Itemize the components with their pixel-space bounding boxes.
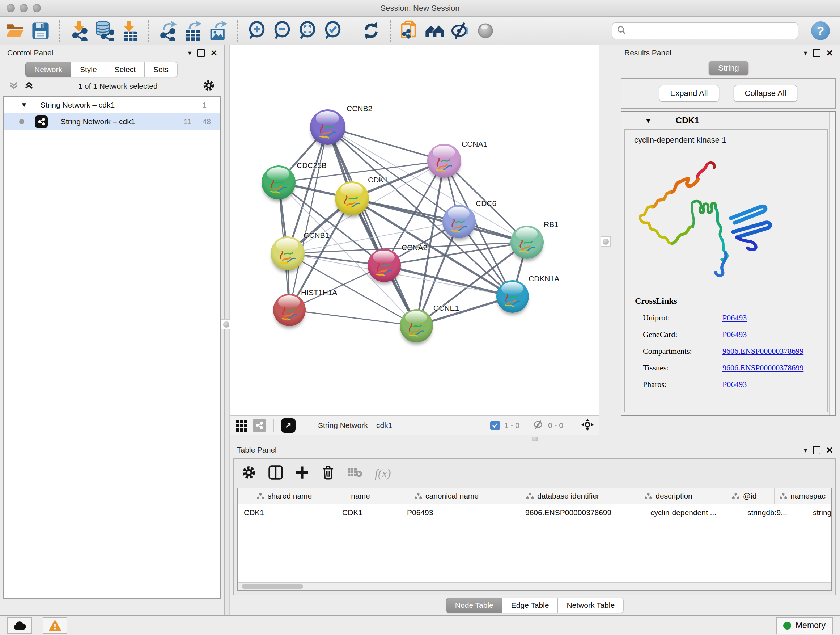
fit-content-icon[interactable] xyxy=(297,20,317,41)
zoom-out-icon[interactable] xyxy=(272,20,292,41)
network-canvas[interactable]: CCNB2 CCNA1 CDC25B CDK1 CDC6 RB1 xyxy=(230,45,600,415)
search-input[interactable] xyxy=(629,27,793,35)
hidden-eye-icon[interactable] xyxy=(533,420,544,432)
copy-documents-icon[interactable] xyxy=(399,20,420,41)
network-collection-row[interactable]: ▼ String Network – cdk1 1 xyxy=(4,97,220,113)
hide-glass-effect-icon[interactable] xyxy=(450,20,470,41)
horizontal-splitter-knob[interactable] xyxy=(532,437,538,441)
import-network-file-icon[interactable] xyxy=(69,20,89,41)
network-node-hist1h1a[interactable] xyxy=(273,294,306,326)
export-image-icon[interactable] xyxy=(208,20,229,41)
column-header[interactable]: namespac xyxy=(775,488,831,504)
expand-all-button[interactable]: Expand All xyxy=(659,85,719,102)
zoom-window-button[interactable] xyxy=(33,4,41,12)
tab-string[interactable]: String xyxy=(709,61,748,75)
right-splitter-knob[interactable] xyxy=(600,236,611,247)
warning-status-button[interactable] xyxy=(43,617,67,634)
panel-close-icon[interactable]: × xyxy=(210,49,217,57)
collapse-all-button[interactable]: Collapse All xyxy=(734,85,798,102)
scrollbar-thumb[interactable] xyxy=(242,584,303,589)
network-node-ccne1[interactable] xyxy=(400,309,433,342)
export-table-icon[interactable] xyxy=(183,20,203,41)
network-node-ccnb2[interactable] xyxy=(310,109,346,145)
network-edge[interactable] xyxy=(289,127,328,310)
network-node-cdc25b[interactable] xyxy=(262,165,295,200)
show-grid-icon[interactable] xyxy=(235,420,248,432)
export-network-icon[interactable] xyxy=(158,20,178,41)
save-session-icon[interactable] xyxy=(30,20,51,41)
tab-network-table[interactable]: Network Table xyxy=(558,598,624,613)
open-session-icon[interactable] xyxy=(5,20,25,41)
network-node-ccna2[interactable] xyxy=(368,249,401,282)
zoom-in-icon[interactable] xyxy=(247,20,267,41)
apply-layout-icon[interactable] xyxy=(361,20,381,41)
table-settings-gear-icon[interactable] xyxy=(242,465,256,481)
minimize-window-button[interactable] xyxy=(19,4,28,12)
panel-menu-icon[interactable]: ▾ xyxy=(804,49,807,57)
column-header[interactable]: database identifier xyxy=(503,488,623,504)
horizontal-splitter[interactable] xyxy=(230,435,840,442)
expand-all-icon[interactable] xyxy=(25,81,33,91)
tab-select[interactable]: Select xyxy=(106,62,145,77)
tab-network[interactable]: Network xyxy=(25,62,71,77)
crosslink-value-link[interactable]: P06493 xyxy=(722,380,747,389)
table-row[interactable]: CDK1 CDK1 P06493 9606.ENSP00000378699 cy… xyxy=(238,504,831,521)
entry-expander-icon[interactable]: ▼ xyxy=(645,117,652,125)
network-edge[interactable] xyxy=(289,310,416,326)
panel-menu-icon[interactable]: ▾ xyxy=(188,49,191,57)
network-type-icon[interactable] xyxy=(253,418,266,432)
right-splitter[interactable] xyxy=(600,45,617,435)
crosslink-value-link[interactable]: P06493 xyxy=(722,330,747,339)
panel-float-icon[interactable] xyxy=(813,49,821,57)
import-network-database-icon[interactable] xyxy=(94,20,114,41)
left-splitter[interactable] xyxy=(225,45,230,616)
collection-expander-icon[interactable]: ▼ xyxy=(21,101,27,109)
network-edge[interactable] xyxy=(352,198,527,242)
panel-menu-icon[interactable]: ▾ xyxy=(804,446,807,454)
help-button[interactable]: ? xyxy=(811,21,830,40)
network-row[interactable]: String Network – cdk1 11 48 xyxy=(4,113,220,130)
show-columns-icon[interactable] xyxy=(268,465,283,481)
panel-close-icon[interactable]: × xyxy=(826,447,833,454)
string-home-icon[interactable] xyxy=(425,20,445,41)
search-box[interactable] xyxy=(612,22,798,39)
network-options-gear-icon[interactable] xyxy=(202,79,215,93)
crosslink-value-link[interactable]: 9606.ENSP00000378699 xyxy=(722,363,804,372)
tab-style[interactable]: Style xyxy=(71,62,106,77)
import-table-file-icon[interactable] xyxy=(119,20,140,41)
delete-table-icon[interactable] xyxy=(347,466,363,480)
tab-node-table[interactable]: Node Table xyxy=(446,598,502,613)
column-header[interactable]: shared name xyxy=(238,488,331,504)
network-node-cdkn1a[interactable] xyxy=(496,280,529,313)
table-horizontal-scrollbar[interactable] xyxy=(238,582,831,591)
zoom-selected-icon[interactable] xyxy=(323,20,343,41)
cloud-status-button[interactable] xyxy=(7,617,32,634)
column-header[interactable]: name xyxy=(331,488,390,504)
show-glass-ball-icon[interactable] xyxy=(475,20,496,41)
crosslink-value-link[interactable]: 9606.ENSP00000378699 xyxy=(722,347,804,356)
function-builder-icon[interactable]: f(x) xyxy=(375,467,391,480)
delete-column-icon[interactable] xyxy=(321,465,335,481)
add-column-icon[interactable] xyxy=(295,466,309,481)
column-header[interactable]: @id xyxy=(714,488,775,504)
node-details-header[interactable]: ▼ CDK1 xyxy=(622,112,835,129)
network-node-cdk1[interactable] xyxy=(335,181,369,215)
network-node-ccnb1[interactable] xyxy=(271,236,305,271)
panel-close-icon[interactable]: × xyxy=(826,49,833,57)
tab-edge-table[interactable]: Edge Table xyxy=(502,598,558,613)
close-window-button[interactable] xyxy=(6,4,15,12)
tab-sets[interactable]: Sets xyxy=(145,62,178,77)
network-edge[interactable] xyxy=(328,127,416,326)
selected-checkbox-icon[interactable] xyxy=(490,421,500,431)
crosslink-value-link[interactable]: P06493 xyxy=(722,313,747,323)
panel-float-icon[interactable] xyxy=(813,446,821,454)
column-header[interactable]: canonical name xyxy=(390,488,503,504)
memory-button[interactable]: Memory xyxy=(776,617,833,634)
collapse-all-icon[interactable] xyxy=(9,81,18,91)
panel-float-icon[interactable] xyxy=(197,49,205,57)
network-node-ccna1[interactable] xyxy=(427,144,461,178)
detach-view-icon[interactable] xyxy=(281,418,295,432)
column-header[interactable]: description xyxy=(623,488,714,504)
birdseye-icon[interactable] xyxy=(581,418,594,432)
network-node-rb1[interactable] xyxy=(510,226,544,259)
